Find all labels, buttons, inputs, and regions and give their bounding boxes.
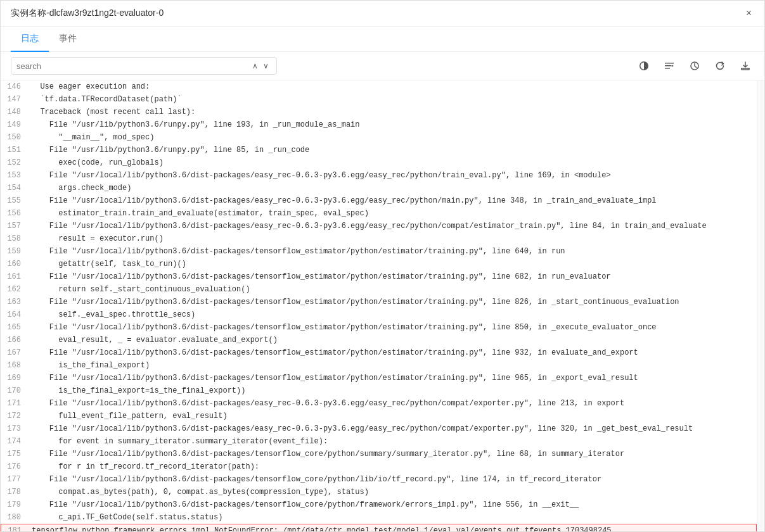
- log-container: 146 Use eager execution and:147 `tf.data…: [1, 80, 764, 531]
- line-number: 146: [6, 80, 31, 93]
- tab-logs[interactable]: 日志: [11, 27, 49, 52]
- log-line: 165 File "/usr/local/lib/python3.6/dist-…: [1, 321, 757, 334]
- log-content[interactable]: 146 Use eager execution and:147 `tf.data…: [1, 80, 757, 531]
- log-line: 151 File "/usr/lib/python3.6/runpy.py", …: [1, 144, 757, 156]
- line-number: 170: [6, 384, 31, 397]
- tabs-bar: 日志 事件: [1, 27, 764, 52]
- line-content: File "/usr/local/lib/python3.6/dist-pack…: [31, 194, 752, 207]
- line-number: 171: [6, 397, 31, 410]
- log-line: 154 args.check_mode): [1, 182, 757, 194]
- line-number: 177: [6, 473, 31, 486]
- log-line: 162 return self._start_continuous_evalua…: [1, 283, 757, 296]
- line-content: File "/usr/local/lib/python3.6/dist-pack…: [31, 270, 752, 283]
- line-number: 152: [6, 156, 31, 169]
- line-content: return self._start_continuous_evaluation…: [31, 283, 752, 296]
- title-bar: 实例名称-dlcfaw3r9zt1ng2t-evaluator-0 ×: [1, 1, 764, 27]
- refresh-icon[interactable]: [711, 57, 729, 75]
- line-number: 158: [6, 232, 31, 245]
- line-number: 174: [6, 435, 31, 448]
- line-content: for event in summary_iterator.summary_it…: [31, 435, 752, 448]
- log-line: 148 Traceback (most recent call last):: [1, 106, 757, 118]
- close-button[interactable]: ×: [743, 6, 754, 21]
- line-number: 147: [6, 93, 31, 106]
- main-window: 实例名称-dlcfaw3r9zt1ng2t-evaluator-0 × 日志 事…: [0, 0, 765, 532]
- svg-rect-0: [665, 63, 674, 64]
- log-line: 146 Use eager execution and:: [1, 80, 757, 93]
- line-content: self._eval_spec.throttle_secs): [31, 308, 752, 321]
- line-content: for r in tf_record.tf_record_iterator(pa…: [31, 460, 752, 473]
- line-content: File "/usr/local/lib/python3.6/dist-pack…: [31, 220, 752, 232]
- log-line: 147 `tf.data.TFRecordDataset(path)`: [1, 93, 757, 106]
- line-number: 154: [6, 182, 31, 194]
- line-number: 162: [6, 283, 31, 296]
- line-content: tensorflow.python.framework.errors_impl.…: [32, 524, 751, 531]
- log-line: 168 is_the_final_export): [1, 359, 757, 372]
- log-line: 173 File "/usr/local/lib/python3.6/dist-…: [1, 422, 757, 435]
- download-icon[interactable]: [736, 57, 754, 75]
- log-line: 172 full_event_file_pattern, eval_result…: [1, 410, 757, 422]
- log-line: 150 "__main__", mod_spec): [1, 131, 757, 144]
- search-bar: ∧ ∨: [1, 52, 764, 80]
- line-content: is_the_final_export=is_the_final_export)…: [31, 384, 752, 397]
- line-content: File "/usr/local/lib/python3.6/dist-pack…: [31, 245, 752, 258]
- line-number: 148: [6, 106, 31, 118]
- wrap-text-icon[interactable]: [660, 57, 678, 75]
- line-content: "__main__", mod_spec): [31, 131, 752, 144]
- line-number: 160: [6, 258, 31, 270]
- line-content: File "/usr/local/lib/python3.6/dist-pack…: [31, 473, 752, 486]
- search-nav-buttons: ∧ ∨: [250, 60, 271, 72]
- line-number: 175: [6, 448, 31, 460]
- line-number: 159: [6, 245, 31, 258]
- line-content: File "/usr/local/lib/python3.6/dist-pack…: [31, 397, 752, 410]
- line-content: Traceback (most recent call last):: [31, 106, 752, 118]
- line-number: 165: [6, 321, 31, 334]
- line-number: 167: [6, 346, 31, 359]
- tab-events[interactable]: 事件: [49, 27, 87, 52]
- log-line: 181tensorflow.python.framework.errors_im…: [1, 524, 757, 531]
- line-content: compat.as_bytes(path), 0, compat.as_byte…: [31, 486, 752, 498]
- line-content: File "/usr/local/lib/python3.6/dist-pack…: [31, 422, 752, 435]
- line-content: full_event_file_pattern, eval_result): [31, 410, 752, 422]
- svg-rect-2: [665, 68, 670, 69]
- history-icon[interactable]: [686, 57, 704, 75]
- log-line: 152 exec(code, run_globals): [1, 156, 757, 169]
- log-line: 149 File "/usr/lib/python3.6/runpy.py", …: [1, 118, 757, 131]
- line-number: 168: [6, 359, 31, 372]
- log-line: 155 File "/usr/local/lib/python3.6/dist-…: [1, 194, 757, 207]
- line-content: File "/usr/local/lib/python3.6/dist-pack…: [31, 372, 752, 384]
- search-down-button[interactable]: ∨: [260, 60, 271, 72]
- log-line: 167 File "/usr/local/lib/python3.6/dist-…: [1, 346, 757, 359]
- svg-rect-1: [665, 65, 671, 66]
- scroll-indicators: [757, 80, 764, 531]
- line-content: eval_result, _ = evaluator.evaluate_and_…: [31, 334, 752, 346]
- line-number: 164: [6, 308, 31, 321]
- line-number: 181: [6, 524, 32, 531]
- line-number: 157: [6, 220, 31, 232]
- log-line: 159 File "/usr/local/lib/python3.6/dist-…: [1, 245, 757, 258]
- line-content: is_the_final_export): [31, 359, 752, 372]
- line-content: File "/usr/lib/python3.6/runpy.py", line…: [31, 118, 752, 131]
- log-line: 166 eval_result, _ = evaluator.evaluate_…: [1, 334, 757, 346]
- line-number: 176: [6, 460, 31, 473]
- dark-mode-icon[interactable]: [635, 57, 653, 75]
- line-content: File "/usr/local/lib/python3.6/dist-pack…: [31, 296, 752, 308]
- line-number: 151: [6, 144, 31, 156]
- line-number: 150: [6, 131, 31, 144]
- line-content: getattr(self, task_to_run)(): [31, 258, 752, 270]
- line-number: 180: [6, 511, 31, 524]
- line-content: File "/usr/lib/python3.6/runpy.py", line…: [31, 144, 752, 156]
- line-number: 178: [6, 486, 31, 498]
- search-input-wrapper: ∧ ∨: [11, 57, 277, 75]
- log-line: 177 File "/usr/local/lib/python3.6/dist-…: [1, 473, 757, 486]
- line-number: 179: [6, 498, 31, 511]
- line-number: 166: [6, 334, 31, 346]
- log-line: 153 File "/usr/local/lib/python3.6/dist-…: [1, 169, 757, 182]
- search-input[interactable]: [16, 61, 247, 71]
- search-up-button[interactable]: ∧: [250, 60, 260, 72]
- log-line: 176 for r in tf_record.tf_record_iterato…: [1, 460, 757, 473]
- log-line: 156 estimator_train.train_and_evaluate(e…: [1, 207, 757, 220]
- log-line: 180 c_api.TF_GetCode(self.status.status): [1, 511, 757, 524]
- line-content: File "/usr/local/lib/python3.6/dist-pack…: [31, 498, 752, 511]
- line-content: result = executor.run(): [31, 232, 752, 245]
- log-line: 164 self._eval_spec.throttle_secs): [1, 308, 757, 321]
